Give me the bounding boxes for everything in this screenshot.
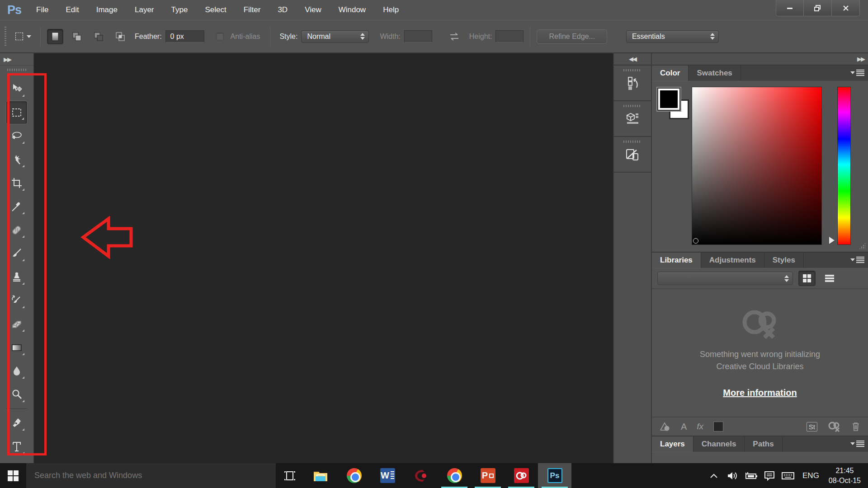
action-center-button[interactable] <box>762 463 777 488</box>
menu-filter[interactable]: Filter <box>235 1 269 19</box>
taskbar-clock[interactable]: 21:45 08-Oct-15 <box>826 466 863 485</box>
language-indicator[interactable]: ENG <box>799 471 823 480</box>
tab-channels[interactable]: Channels <box>693 436 745 452</box>
restore-button[interactable] <box>804 0 832 16</box>
saturation-brightness-gradient[interactable] <box>692 87 822 245</box>
move-tool[interactable] <box>6 77 28 101</box>
options-grip[interactable] <box>5 27 6 47</box>
type-tool[interactable] <box>6 435 28 458</box>
libraries-panel-menu-icon[interactable] <box>850 257 864 263</box>
pen-tool[interactable] <box>6 411 28 435</box>
menu-edit[interactable]: Edit <box>57 1 87 19</box>
tab-swatches[interactable]: Swatches <box>689 66 741 81</box>
color-sample-marker[interactable] <box>693 238 698 244</box>
tab-layers[interactable]: Layers <box>652 436 693 452</box>
menu-select[interactable]: Select <box>196 1 235 19</box>
swap-dimensions-icon[interactable] <box>448 32 460 41</box>
touch-keyboard-button[interactable] <box>780 463 796 488</box>
search-input[interactable] <box>26 471 276 480</box>
hue-slider[interactable] <box>837 87 851 245</box>
fx-icon[interactable]: fx <box>697 422 703 432</box>
volume-button[interactable] <box>725 463 740 488</box>
foreground-color-swatch[interactable] <box>658 89 679 110</box>
menu-window[interactable]: Window <box>330 1 374 19</box>
menu-type[interactable]: Type <box>163 1 197 19</box>
new-selection-button[interactable] <box>47 29 63 44</box>
graphic-icon[interactable] <box>659 421 671 432</box>
powerpoint-button[interactable]: P <box>471 463 505 488</box>
start-button[interactable] <box>0 463 26 488</box>
creative-cloud-button[interactable] <box>505 463 538 488</box>
menu-3d[interactable]: 3D <box>269 1 296 19</box>
menu-help[interactable]: Help <box>374 1 407 19</box>
more-information-link[interactable]: More information <box>723 388 797 398</box>
menu-layer[interactable]: Layer <box>126 1 163 19</box>
battery-button[interactable] <box>743 463 759 488</box>
feather-input[interactable] <box>165 30 204 42</box>
cc-sync-error-icon[interactable] <box>827 421 841 432</box>
refine-edge-button[interactable]: Refine Edge... <box>537 29 607 44</box>
stock-button[interactable]: St <box>807 422 817 432</box>
3d-panel-button[interactable] <box>614 101 651 137</box>
color-asset-chip[interactable] <box>713 422 723 432</box>
spot-healing-brush-tool[interactable] <box>6 218 28 242</box>
intersect-selection-button[interactable] <box>112 29 128 44</box>
tab-paths[interactable]: Paths <box>745 436 782 452</box>
chrome-2-button[interactable] <box>438 463 471 488</box>
brush-tool[interactable] <box>6 242 28 265</box>
photoshop-button[interactable]: Ps <box>538 463 571 488</box>
chrome-button[interactable] <box>337 463 371 488</box>
minimize-button[interactable] <box>776 0 804 16</box>
crop-tool[interactable] <box>6 171 28 195</box>
tab-color[interactable]: Color <box>652 66 689 81</box>
canvas-workarea[interactable] <box>34 53 613 463</box>
tab-libraries[interactable]: Libraries <box>652 253 701 268</box>
hue-slider-arrow[interactable] <box>829 237 835 244</box>
grid-view-button[interactable] <box>798 271 816 286</box>
device-preview-panel-button[interactable] <box>614 137 651 173</box>
add-to-selection-button[interactable] <box>69 29 85 44</box>
close-button[interactable] <box>832 0 860 16</box>
style-dropdown[interactable]: Normal <box>301 30 369 43</box>
trash-icon[interactable] <box>851 421 861 432</box>
file-explorer-button[interactable] <box>304 463 337 488</box>
task-view-button[interactable] <box>276 463 304 488</box>
color-panel-menu-icon[interactable] <box>850 70 864 76</box>
zoom-tool[interactable] <box>6 383 28 406</box>
toolbar-grip[interactable] <box>7 69 26 71</box>
blur-tool[interactable] <box>6 359 28 383</box>
magic-wand-tool[interactable] <box>6 148 28 171</box>
menu-file[interactable]: File <box>28 1 57 19</box>
history-brush-tool[interactable] <box>6 289 28 312</box>
lasso-tool[interactable] <box>6 124 28 148</box>
tab-styles[interactable]: Styles <box>764 253 804 268</box>
eyedropper-tool[interactable] <box>6 195 28 218</box>
workspace-dropdown[interactable]: Essentials <box>626 30 719 43</box>
history-panel-button[interactable] <box>614 66 651 101</box>
menu-view[interactable]: View <box>296 1 330 19</box>
eraser-tool[interactable] <box>6 312 28 336</box>
tab-adjustments[interactable]: Adjustments <box>701 253 764 268</box>
tray-expand-button[interactable] <box>706 463 722 488</box>
panel-dock-header[interactable]: ▶▶ <box>652 53 868 66</box>
toolbar-collapse-header[interactable]: ▶▶ <box>0 53 33 66</box>
red-app-button[interactable] <box>404 463 438 488</box>
clone-stamp-tool[interactable] <box>6 265 28 289</box>
battery-charging-icon <box>744 472 758 480</box>
tool-preset-button[interactable] <box>13 30 34 43</box>
list-view-button[interactable] <box>821 271 838 286</box>
type-asset-icon[interactable]: A <box>681 422 687 432</box>
taskbar-search[interactable] <box>26 463 276 488</box>
dock-collapse-header[interactable]: ◀◀ <box>614 53 651 66</box>
layers-panel-menu-icon[interactable] <box>850 441 864 447</box>
word-button[interactable]: W <box>371 463 404 488</box>
width-input[interactable] <box>404 30 432 42</box>
anti-alias-checkbox[interactable] <box>216 33 224 40</box>
menu-image[interactable]: Image <box>88 1 126 19</box>
library-select[interactable] <box>657 272 793 285</box>
subtract-from-selection-button[interactable] <box>90 29 107 44</box>
panel-resize-grip[interactable] <box>859 243 865 249</box>
gradient-tool[interactable] <box>6 336 28 359</box>
height-input[interactable] <box>495 30 524 42</box>
rectangular-marquee-tool[interactable] <box>6 101 28 124</box>
